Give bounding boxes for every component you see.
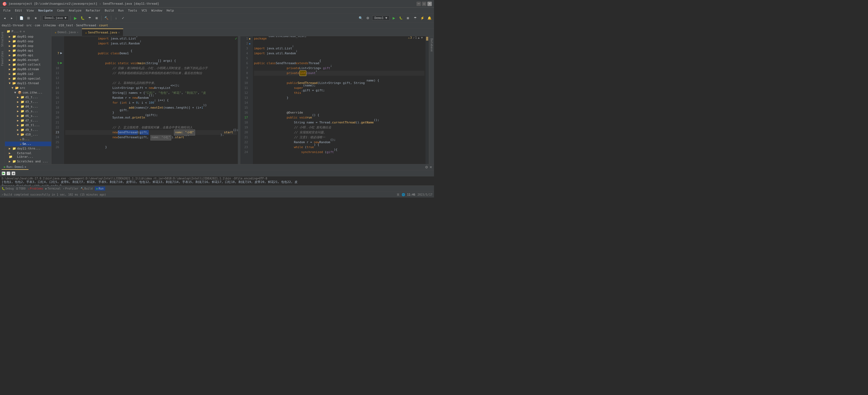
breadcrumb-src[interactable]: src xyxy=(26,24,32,27)
vcs-commit-button[interactable]: ✓ xyxy=(120,15,126,21)
toolbar-stop-btn[interactable]: ⏹ xyxy=(405,15,411,21)
scroll-down-button[interactable]: ▼ xyxy=(421,36,423,39)
sidebar-item-d7c[interactable]: ▶ 📁 d7_c... xyxy=(5,118,51,123)
search-everywhere-button[interactable]: 🔍 xyxy=(358,15,364,21)
breadcrumb-d10test[interactable]: d10_test xyxy=(59,24,73,27)
run-rerun-button[interactable]: ↺ xyxy=(7,171,10,175)
sidebar-project-header[interactable]: 📁 P... ⚙ ≡ xyxy=(5,29,51,34)
tab-sendthreaad[interactable]: ☕ SendThreaad.java ✕ xyxy=(82,29,123,36)
menu-tools[interactable]: Tools xyxy=(126,8,139,13)
sidebar-item-external[interactable]: ▶ 📁 External Librar... xyxy=(5,151,51,159)
menu-window[interactable]: Window xyxy=(149,8,164,13)
menu-code[interactable]: Code xyxy=(55,8,67,13)
toolbar-debug-button[interactable]: 🐛 xyxy=(398,15,404,21)
menu-file[interactable]: File xyxy=(1,8,13,13)
close-button[interactable]: ✕ xyxy=(427,2,432,6)
vcs-update-button[interactable]: ↓ xyxy=(113,15,119,21)
sidebar-item-demo1[interactable]: ☕ D... xyxy=(5,137,51,142)
bookmarks-button[interactable]: ★ xyxy=(33,15,39,21)
menu-edit[interactable]: Edit xyxy=(13,8,25,13)
build-button[interactable]: 🔨 xyxy=(103,15,109,21)
sidebar-item-d8tl[interactable]: ▶ 📁 d8_tl... xyxy=(5,123,51,128)
breadcrumb-com[interactable]: com xyxy=(35,24,40,27)
sidebar-item-day04api[interactable]: ▶ 📁 day04-api xyxy=(5,48,51,53)
sidebar-item-day06except[interactable]: ▶ 📁 day06-except xyxy=(5,58,51,62)
sidebar-item-day03oop[interactable]: ▶ 📁 day03-oop xyxy=(5,44,51,48)
structure-tab[interactable]: Structure xyxy=(0,30,4,49)
sidebar-item-day09io2[interactable]: ▶ 📁 day09-io2 xyxy=(5,72,51,76)
sidebar-item-comithe[interactable]: ▼ 📦 com.ithe... xyxy=(5,90,51,95)
bottom-close-button[interactable]: ✕ xyxy=(429,165,432,169)
tab-close-sendthreaad[interactable]: ✕ xyxy=(118,31,120,34)
recent-files-button[interactable]: 📄 xyxy=(18,15,24,21)
stop-button[interactable]: ⏹ xyxy=(94,15,100,21)
run-btn-bottom[interactable]: ▶ Run xyxy=(95,187,105,191)
toolbar-coverage-btn[interactable]: ☂ xyxy=(412,15,418,21)
bottom-settings-button[interactable]: ⚙ xyxy=(425,165,428,169)
menu-navigate[interactable]: Navigate xyxy=(36,8,55,13)
back-button[interactable]: ◂ xyxy=(2,15,8,21)
run-button[interactable]: ▶ xyxy=(72,15,79,21)
sidebar-item-day11thread[interactable]: ▼ 📂 day11-thread xyxy=(5,81,51,86)
sidebar-item-d10[interactable]: ▼ 📂 d10_... xyxy=(5,132,51,137)
minimize-button[interactable]: ─ xyxy=(416,2,421,6)
run-config-selector[interactable]: Demo1 ▼ xyxy=(372,16,390,21)
tab-close-demo1[interactable]: ✕ xyxy=(77,31,79,34)
forward-button[interactable]: ▸ xyxy=(9,15,15,21)
sidebar-item-day05api[interactable]: ▶ 📁 day05-api xyxy=(5,53,51,58)
run-tab[interactable]: ▶ Run: Demo1 ✕ xyxy=(2,165,29,170)
todo-btn-bottom[interactable]: ☰ TODO xyxy=(16,187,26,190)
sidebar-item-day08stream[interactable]: ▶ 📁 day08-stream xyxy=(5,67,51,72)
sidebar-item-d5s[interactable]: ▶ 📁 d5_s... xyxy=(5,109,51,114)
sidebar-item-day10special[interactable]: ▶ 📁 day10-special xyxy=(5,76,51,81)
scroll-up-button[interactable]: ▲ xyxy=(417,36,420,39)
sidebar-item-d1t[interactable]: ▶ 📁 d1_t... xyxy=(5,95,51,100)
run-with-coverage-button[interactable]: ☂ xyxy=(87,15,93,21)
menu-analyze[interactable]: Analyze xyxy=(67,8,84,13)
menu-build[interactable]: Build xyxy=(102,8,116,13)
sidebar-item-day02oop[interactable]: ▶ 📁 day02-oop xyxy=(5,39,51,44)
sidebar-item-day01oop[interactable]: ▶ 📁 day01-oop xyxy=(5,34,51,39)
menu-refactor[interactable]: Refactor xyxy=(84,8,102,13)
toolbar-profiler-btn[interactable]: ⚡ xyxy=(419,15,425,21)
sidebar-item-day07collect[interactable]: ▶ 📁 day07-collect xyxy=(5,62,51,67)
run-stop-button[interactable]: ⏹ xyxy=(11,171,16,175)
build-btn-bottom[interactable]: 🔨 Build xyxy=(81,187,93,190)
breadcrumb-itheima[interactable]: itheima xyxy=(43,24,56,27)
demo1-config[interactable]: Demo1.java ▼ xyxy=(42,16,69,21)
title-controls[interactable]: ─ □ ✕ xyxy=(416,2,432,6)
sidebar-item-scratches[interactable]: ▶ 📁 Scratches and ... xyxy=(5,159,51,164)
sidebar-item-day11thre[interactable]: ▶ 📁 day11-thre... xyxy=(5,146,51,151)
toolbar-run-button[interactable]: ▶ xyxy=(391,15,397,21)
sidebar-item-d9t[interactable]: ▶ 📁 d9_t... xyxy=(5,128,51,132)
run-restart-button[interactable]: ▶ xyxy=(2,171,5,175)
debug-btn-bottom[interactable]: 🐛 Debug xyxy=(2,187,14,190)
debug-button[interactable]: 🐛 xyxy=(80,15,86,21)
menu-help[interactable]: Help xyxy=(164,8,176,13)
maximize-button[interactable]: □ xyxy=(422,2,426,6)
terminal-btn-bottom[interactable]: ▶ Terminal xyxy=(45,187,61,190)
breadcrumb-count[interactable]: count xyxy=(99,24,108,27)
database-tab[interactable]: Database xyxy=(430,36,434,54)
left-scrollbar[interactable] xyxy=(238,36,240,164)
menu-view[interactable]: View xyxy=(24,8,36,13)
breadcrumb-sendthreaad[interactable]: SendThreaad xyxy=(76,24,96,27)
right-code-area[interactable]: package com.itheima.d10_test; import jav… xyxy=(253,36,426,164)
breadcrumb-day11[interactable]: day11-thread xyxy=(2,24,23,27)
tab-demo1[interactable]: ☕ Demo1.java ✕ xyxy=(52,29,82,36)
sidebar-item-d6s[interactable]: ▶ 📁 d6_s... xyxy=(5,114,51,118)
sidebar-item-d3t[interactable]: ▶ 📁 d3_t... xyxy=(5,100,51,104)
menu-run[interactable]: Run xyxy=(116,8,126,13)
settings-button[interactable]: ⚙ xyxy=(365,15,371,21)
sidebar-item-d4s[interactable]: ▶ 📁 d4_s... xyxy=(5,104,51,109)
notifications-button[interactable]: 🔔 xyxy=(426,15,432,21)
menu-vcs[interactable]: VCS xyxy=(139,8,149,13)
sidebar-item-src[interactable]: ▼ 📂 src xyxy=(5,86,51,90)
problems-btn-bottom[interactable]: ⚠ Problems xyxy=(28,187,43,190)
run-tab-close[interactable]: ✕ xyxy=(24,165,26,169)
left-code-area[interactable]: import java.util.List; import java.util.… xyxy=(64,36,238,164)
structure-button[interactable]: ⊞ xyxy=(26,15,32,21)
sidebar-item-sendthreaad[interactable]: ☕ Se... xyxy=(5,142,51,146)
favorites-tab[interactable]: Favorites xyxy=(0,49,4,68)
profiler-btn-bottom[interactable]: ⚡ Profiler xyxy=(63,187,79,190)
